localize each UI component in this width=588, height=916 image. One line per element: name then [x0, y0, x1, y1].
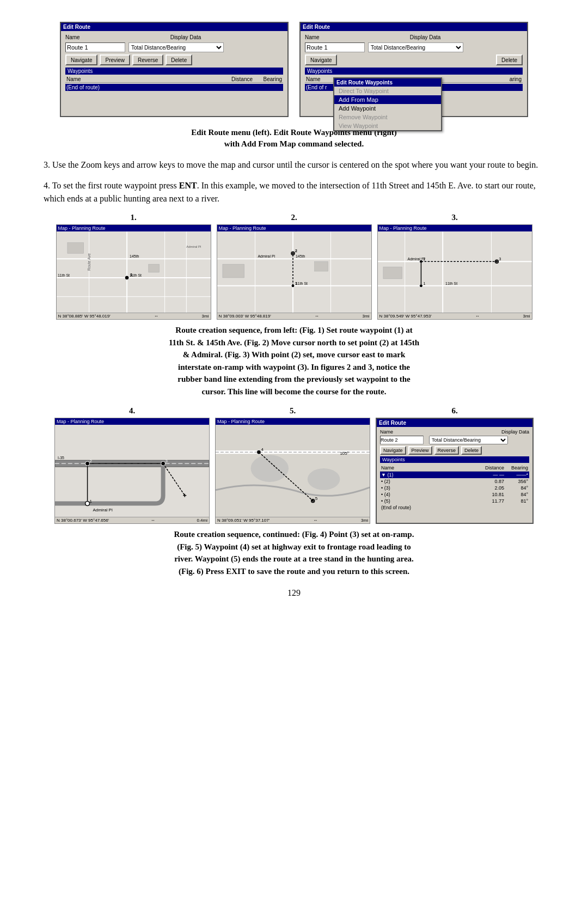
- svg-line-63: [163, 463, 185, 496]
- svg-text:3: 3: [166, 459, 168, 463]
- bot-caption-exit-bold: EXIT: [226, 567, 246, 576]
- left-spacer: [65, 91, 283, 113]
- figure-4-label: 4.: [129, 406, 135, 416]
- right-display-label: Display Data: [410, 34, 441, 40]
- fig4-content: 1 2 3 Admiral Pl I-35: [55, 425, 209, 517]
- svg-text:11th St: 11th St: [57, 273, 69, 277]
- svg-point-68: [251, 455, 289, 482]
- fig1-arrows: ↔: [154, 314, 158, 319]
- right-edit-route-dialog: Edit Route Name Display Data Total Dista…: [299, 22, 528, 117]
- svg-text:145th: 145th: [295, 254, 305, 258]
- fig1-statusbar: N 38°08.885' W 95°48.019' ↔ 3mi: [57, 313, 211, 319]
- fig6-wp-row-4: • (4) 10.81 84°: [380, 491, 529, 498]
- fig4-statusbar: N 38°00.673' W 95°47.656' ↔ 0.4mi: [55, 517, 209, 523]
- left-display-select[interactable]: Total Distance/Bearing: [128, 42, 224, 52]
- fig6-wp1-bearing: ——*: [506, 472, 528, 478]
- svg-text:3: 3: [499, 257, 501, 261]
- left-waypoints-header: Waypoints: [65, 68, 283, 75]
- mid-caption-line2: 11th St. & 145th Ave. (Fig. 2) Move curs…: [169, 338, 419, 347]
- figure-6: 6. Edit Route Name Display Data Total Di…: [376, 406, 534, 524]
- bottom-caption: Route creation sequence, continued: (Fig…: [49, 528, 539, 577]
- fig6-col-dist: Distance: [476, 465, 506, 471]
- svg-point-69: [308, 468, 340, 490]
- svg-text:I-35: I-35: [58, 456, 64, 460]
- left-delete-btn[interactable]: Delete: [166, 54, 192, 65]
- fig2-content: 145th 11th St Admiral Pl 1 2: [217, 231, 371, 313]
- fig6-display-select[interactable]: Total Distance/Bearing: [429, 436, 508, 444]
- left-preview-btn[interactable]: Preview: [100, 54, 130, 65]
- right-delete-btn[interactable]: Delete: [496, 54, 523, 65]
- right-route-name-input[interactable]: [305, 42, 365, 52]
- figure-5-map: Map - Planning Route 4: [215, 418, 370, 524]
- fig3-coords: N 38°09.549' W 95°47.953': [379, 314, 432, 319]
- figure-4: 4. Map - Planning Route 1 2: [54, 406, 210, 524]
- figure-5: 5. Map - Planning Route 4: [215, 406, 370, 524]
- figure-2-map: Map - Planning Route 145th 11th St Admir…: [217, 224, 372, 320]
- mid-caption-line3: & Admiral. (Fig. 3) With point (2) set, …: [183, 350, 406, 359]
- figure-3-label: 3.: [451, 213, 457, 222]
- left-dialog-titlebar: Edit Route: [61, 23, 287, 31]
- fig6-reverse-btn[interactable]: Reverse: [434, 446, 460, 455]
- left-name-label: Name: [65, 34, 85, 40]
- popup-add-waypoint[interactable]: Add Waypoint: [334, 104, 441, 113]
- fig6-waypoints-header: Waypoints: [380, 456, 529, 463]
- fig6-wp-row-5: • (5) 11.77 81°: [380, 498, 529, 504]
- left-navigate-btn[interactable]: Navigate: [65, 54, 97, 65]
- fig6-labels-row: Name Display Data: [380, 429, 529, 435]
- fig6-name-label: Name: [380, 429, 455, 435]
- fig5-statusbar: N 38°09.051' W 95°37.107' ↔ 3mi: [216, 517, 370, 523]
- fig3-statusbar: N 38°09.549' W 95°47.953' ↔ 3mi: [378, 313, 532, 319]
- fig1-svg: 145th 11th St 11th St 1 Route Ave Admira…: [57, 231, 211, 313]
- fig1-scale: 3mi: [202, 314, 209, 319]
- popup-view-waypoint[interactable]: View Waypoint: [334, 121, 441, 130]
- mid-caption-line5: rubber band line extending from the prev…: [177, 375, 411, 383]
- fig6-titlebar: Edit Route: [377, 419, 532, 427]
- svg-text:1: 1: [130, 272, 133, 277]
- fig6-body: Name Display Data Total Distance/Bearing…: [377, 427, 532, 513]
- fig4-svg: 1 2 3 Admiral Pl I-35: [55, 425, 209, 517]
- right-navigate-btn[interactable]: Navigate: [305, 54, 337, 65]
- popup-add-from-map[interactable]: Add From Map: [334, 95, 441, 104]
- fig2-svg: 145th 11th St Admiral Pl 1 2: [217, 231, 371, 313]
- fig6-wp2-bearing: 356°: [506, 479, 528, 484]
- popup-direct-to-waypoint[interactable]: Direct To Waypoint: [334, 87, 441, 95]
- fig6-wp5-name: • (5): [381, 498, 476, 504]
- left-table-row-end: (End of route): [65, 84, 283, 91]
- figure-5-label: 5.: [290, 406, 296, 416]
- fig2-titlebar: Map - Planning Route: [217, 225, 371, 231]
- top-caption: Edit Route menu (left). Edit Route Waypo…: [49, 127, 539, 150]
- svg-text:2: 2: [295, 249, 297, 253]
- right-display-select[interactable]: Total Distance/Bearing: [368, 42, 463, 52]
- fig6-inputs-row: Total Distance/Bearing: [380, 436, 529, 444]
- left-table-header: Name Distance Bearing: [65, 76, 283, 83]
- figure-3: 3. Map - Planning Route Admiral Pl 11th …: [377, 213, 532, 320]
- left-reverse-btn[interactable]: Reverse: [132, 54, 163, 65]
- fig6-wp2-name: • (2): [381, 479, 476, 484]
- bot-caption-line3: river. Waypoint (5) ends the route at a …: [174, 554, 414, 563]
- fig5-content: 4 5 105°: [216, 425, 370, 517]
- svg-text:1: 1: [295, 282, 297, 285]
- fig6-delete-btn[interactable]: Delete: [461, 446, 482, 455]
- fig1-coords: N 38°08.885' W 95°48.019': [58, 314, 111, 319]
- fig5-titlebar: Map - Planning Route: [216, 418, 370, 425]
- mid-caption-line4: interstate on-ramp with waypoint (3). In…: [178, 363, 410, 371]
- left-route-name-input[interactable]: [65, 42, 125, 52]
- left-end-of-route: (End of route): [66, 84, 282, 90]
- paragraph1: 3. Use the Zoom keys and arrow keys to m…: [44, 158, 544, 172]
- bot-caption-line4-before: (Fig. 6) Press: [179, 567, 226, 576]
- svg-text:145th: 145th: [130, 254, 139, 258]
- fig4-scale: 0.4mi: [197, 518, 207, 523]
- top-dialogs-row: Edit Route Name Display Data Total Dista…: [44, 22, 544, 117]
- popup-remove-waypoint[interactable]: Remove Waypoint: [334, 113, 441, 121]
- bot-caption-line2: (Fig. 5) Waypoint (4) set at highway exi…: [177, 542, 411, 551]
- fig6-route-name[interactable]: [380, 436, 424, 444]
- svg-text:2: 2: [423, 257, 425, 261]
- bot-caption-line1: Route creation sequence, continued: (Fig…: [174, 530, 414, 539]
- edit-route-waypoints-popup: Edit Route Waypoints Direct To Waypoint …: [333, 77, 442, 131]
- fig6-preview-btn[interactable]: Preview: [408, 446, 432, 455]
- fig6-wp4-name: • (4): [381, 492, 476, 497]
- left-edit-route-dialog: Edit Route Name Display Data Total Dista…: [60, 22, 289, 117]
- right-name-label: Name: [305, 34, 324, 40]
- fig6-navigate-btn[interactable]: Navigate: [380, 446, 406, 455]
- svg-text:5: 5: [315, 496, 318, 501]
